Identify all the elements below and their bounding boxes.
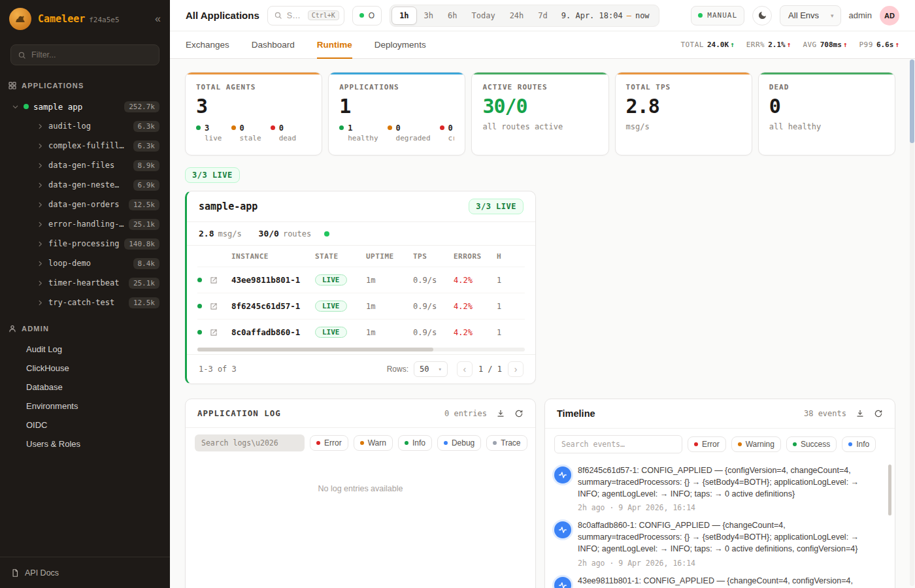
- app-card-title: sample-app: [199, 201, 258, 212]
- open-instance-button[interactable]: [209, 302, 231, 311]
- sidebar-filter-input[interactable]: [31, 50, 152, 59]
- sidebar-item-loop-demo[interactable]: loop-demo 8.4k: [0, 253, 170, 273]
- tab-deployments[interactable]: Deployments: [374, 31, 426, 58]
- sidebar-item-sample-app[interactable]: sample app 252.7k: [0, 97, 170, 116]
- timeline-events-count: 38 events: [804, 409, 846, 418]
- time-range-display[interactable]: 9. Apr. 18:04—now: [561, 11, 650, 20]
- search-shortcut-kbd: Ctrl+K: [308, 10, 339, 20]
- log-filter-info[interactable]: Info: [398, 435, 432, 451]
- chevron-down-icon: ▾: [831, 12, 834, 19]
- chevron-right-icon: [37, 142, 44, 150]
- refresh-button[interactable]: [514, 409, 524, 418]
- log-filter-debug[interactable]: Debug: [437, 435, 481, 451]
- timeline-filter-warning[interactable]: Warning: [731, 436, 781, 452]
- live-overview-badge: 3/3 LIVE: [185, 167, 240, 183]
- sidebar-item-database[interactable]: Database: [0, 378, 170, 397]
- sidebar-item-timer-heartbeat[interactable]: timer-heartbeat 25.1k: [0, 273, 170, 293]
- time-range-6h[interactable]: 6h: [441, 7, 464, 25]
- time-range-today[interactable]: Today: [465, 7, 503, 25]
- chevron-right-icon: [37, 162, 44, 169]
- tab-runtime[interactable]: Runtime: [317, 31, 352, 58]
- prev-page-button[interactable]: ‹: [457, 361, 473, 377]
- time-range-24h[interactable]: 24h: [503, 7, 531, 25]
- tab-exchanges[interactable]: Exchanges: [186, 31, 229, 58]
- page-scrollbar[interactable]: [910, 59, 914, 586]
- manual-mode-chip[interactable]: MANUAL: [691, 6, 744, 25]
- sidebar-item-file-processing[interactable]: file-processing 140.8k: [0, 234, 170, 253]
- refresh-button[interactable]: [874, 409, 883, 418]
- timeline-filter-success[interactable]: Success: [786, 436, 837, 452]
- timeline-search-input[interactable]: [554, 435, 682, 453]
- sidebar-item-users-roles[interactable]: Users & Roles: [0, 434, 170, 453]
- sidebar-collapse-button[interactable]: «: [155, 14, 161, 24]
- substat-healthy: 1healthy: [339, 123, 378, 142]
- stat-card-applications: APPLICATIONS 1 1healthy 0degraded: [328, 72, 465, 155]
- state-badge: LIVE: [315, 301, 347, 312]
- next-page-button[interactable]: ›: [508, 361, 524, 377]
- online-status-dot: [359, 13, 364, 18]
- sample-app-card: sample-app 3/3 LIVE 2.8msg/s 30/0routes …: [185, 191, 536, 384]
- env-select[interactable]: All Envs ▾: [780, 5, 841, 26]
- count-badge: 8.4k: [133, 258, 160, 269]
- timeline-filter-error[interactable]: Error: [688, 436, 726, 452]
- sidebar-item-environments[interactable]: Environments: [0, 397, 170, 416]
- time-range-1h[interactable]: 1h: [391, 7, 416, 25]
- timeline-filter-info[interactable]: Info: [842, 436, 876, 452]
- timeline-title: Timeline: [557, 408, 595, 419]
- substat-degraded: 0degraded: [388, 123, 431, 142]
- sidebar-item-oidc[interactable]: OIDC: [0, 416, 170, 434]
- count-badge: 140.8k: [124, 238, 159, 250]
- sidebar-item-error-handling[interactable]: error-handling-… 25.1k: [0, 214, 170, 234]
- count-badge: 252.7k: [124, 101, 159, 112]
- time-range-7d[interactable]: 7d: [531, 7, 554, 25]
- sidebar-item-audit-log-admin[interactable]: Audit Log: [0, 340, 170, 359]
- sidebar-item-data-gen-nested[interactable]: data-gen-neste… 6.9k: [0, 175, 170, 195]
- open-instance-button[interactable]: [209, 328, 231, 337]
- search-icon: [18, 51, 26, 59]
- sidebar-item-clickhouse[interactable]: ClickHouse: [0, 359, 170, 378]
- sidebar-item-audit-log[interactable]: audit-log 6.3k: [0, 116, 170, 136]
- metric-avg: AVG708ms↑: [803, 41, 847, 49]
- chevron-right-icon: [37, 299, 44, 306]
- admin-icon: [8, 324, 17, 333]
- rows-per-page-select[interactable]: 50▾: [414, 361, 448, 377]
- status-chip[interactable]: O: [352, 6, 382, 25]
- sidebar-item-complex-fulfillment[interactable]: complex-fulfillm… 6.3k: [0, 136, 170, 155]
- metric-total: TOTAL24.0K↑: [680, 41, 734, 49]
- timeline-scrollbar[interactable]: [888, 465, 891, 515]
- topbar: All Applications S… Ctrl+K O 1h 3h 6h To…: [170, 0, 915, 31]
- activity-icon: [554, 466, 571, 483]
- tabbar: Exchanges Dashboard Runtime Deployments …: [170, 31, 915, 59]
- refresh-icon: [514, 409, 524, 418]
- sidebar-item-data-gen-orders[interactable]: data-gen-orders 12.5k: [0, 195, 170, 214]
- avatar[interactable]: AD: [880, 6, 899, 25]
- app-card-meta: 2.8msg/s 30/0routes: [187, 222, 535, 246]
- tab-dashboard[interactable]: Dashboard: [252, 31, 295, 58]
- api-docs-link[interactable]: API Docs: [0, 557, 170, 588]
- log-filter-trace[interactable]: Trace: [486, 435, 527, 451]
- status-dot: [197, 304, 202, 308]
- log-search-input[interactable]: [195, 434, 305, 451]
- open-instance-button[interactable]: [209, 276, 231, 285]
- main-area: All Applications S… Ctrl+K O 1h 3h 6h To…: [170, 0, 915, 588]
- substat-live: 3live: [196, 123, 222, 142]
- time-range-3h[interactable]: 3h: [417, 7, 441, 25]
- scrollbar-thumb[interactable]: [197, 348, 433, 351]
- scrollbar-thumb[interactable]: [910, 59, 914, 143]
- sidebar-item-data-gen-files[interactable]: data-gen-files 8.9k: [0, 155, 170, 175]
- global-search[interactable]: S… Ctrl+K: [267, 6, 344, 25]
- download-button[interactable]: [496, 409, 505, 418]
- count-badge: 6.3k: [133, 140, 160, 152]
- count-badge: 8.9k: [133, 160, 160, 171]
- timeline-panel: Timeline 38 events Error Warning Success…: [544, 399, 895, 588]
- horizontal-scrollbar[interactable]: [197, 348, 525, 351]
- download-button[interactable]: [856, 409, 865, 418]
- dark-mode-toggle[interactable]: [752, 6, 772, 25]
- rows-per-page-label: Rows:: [387, 365, 408, 374]
- cameleer-logo-icon: [9, 8, 31, 30]
- sidebar: Cameleerf24a5e5 « APPLICATIONS sample ap…: [0, 0, 170, 588]
- sidebar-item-try-catch-test[interactable]: try-catch-test 12.5k: [0, 293, 170, 312]
- log-filter-warn[interactable]: Warn: [354, 435, 393, 451]
- download-icon: [856, 409, 865, 418]
- log-filter-error[interactable]: Error: [310, 435, 348, 451]
